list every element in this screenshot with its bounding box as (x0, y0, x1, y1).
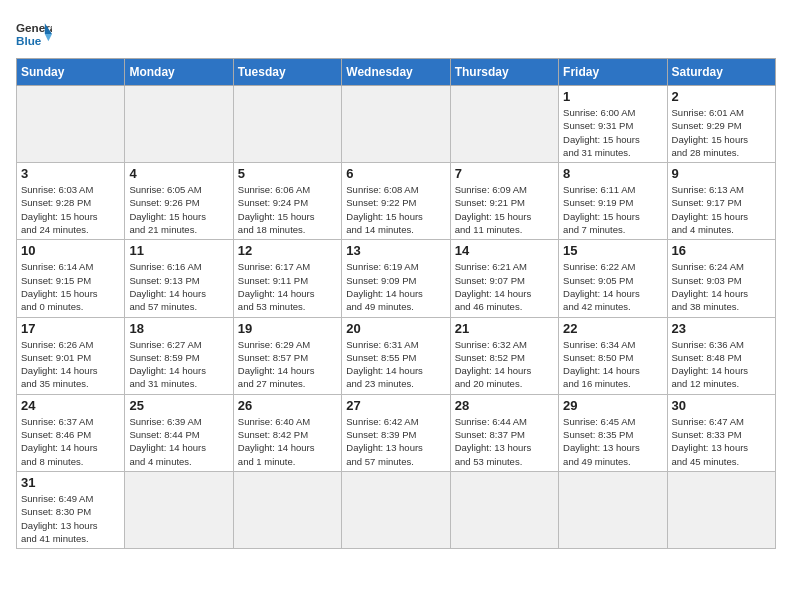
day-info: Sunrise: 6:45 AM Sunset: 8:35 PM Dayligh… (563, 415, 662, 468)
day-info: Sunrise: 6:09 AM Sunset: 9:21 PM Dayligh… (455, 183, 554, 236)
calendar-day: 13Sunrise: 6:19 AM Sunset: 9:09 PM Dayli… (342, 240, 450, 317)
day-number: 28 (455, 398, 554, 413)
day-info: Sunrise: 6:27 AM Sunset: 8:59 PM Dayligh… (129, 338, 228, 391)
calendar-week-row: 3Sunrise: 6:03 AM Sunset: 9:28 PM Daylig… (17, 163, 776, 240)
calendar-day: 6Sunrise: 6:08 AM Sunset: 9:22 PM Daylig… (342, 163, 450, 240)
day-number: 20 (346, 321, 445, 336)
calendar-day (342, 86, 450, 163)
day-info: Sunrise: 6:19 AM Sunset: 9:09 PM Dayligh… (346, 260, 445, 313)
day-number: 22 (563, 321, 662, 336)
day-info: Sunrise: 6:16 AM Sunset: 9:13 PM Dayligh… (129, 260, 228, 313)
day-number: 27 (346, 398, 445, 413)
day-info: Sunrise: 6:24 AM Sunset: 9:03 PM Dayligh… (672, 260, 771, 313)
day-number: 11 (129, 243, 228, 258)
calendar-week-row: 10Sunrise: 6:14 AM Sunset: 9:15 PM Dayli… (17, 240, 776, 317)
day-number: 2 (672, 89, 771, 104)
calendar-day: 31Sunrise: 6:49 AM Sunset: 8:30 PM Dayli… (17, 471, 125, 548)
header: General Blue (16, 16, 776, 52)
calendar-day: 4Sunrise: 6:05 AM Sunset: 9:26 PM Daylig… (125, 163, 233, 240)
day-info: Sunrise: 6:44 AM Sunset: 8:37 PM Dayligh… (455, 415, 554, 468)
calendar-day: 9Sunrise: 6:13 AM Sunset: 9:17 PM Daylig… (667, 163, 775, 240)
calendar-week-row: 17Sunrise: 6:26 AM Sunset: 9:01 PM Dayli… (17, 317, 776, 394)
calendar-day: 26Sunrise: 6:40 AM Sunset: 8:42 PM Dayli… (233, 394, 341, 471)
calendar: SundayMondayTuesdayWednesdayThursdayFrid… (16, 58, 776, 549)
calendar-day: 29Sunrise: 6:45 AM Sunset: 8:35 PM Dayli… (559, 394, 667, 471)
calendar-day (667, 471, 775, 548)
day-info: Sunrise: 6:49 AM Sunset: 8:30 PM Dayligh… (21, 492, 120, 545)
calendar-day: 21Sunrise: 6:32 AM Sunset: 8:52 PM Dayli… (450, 317, 558, 394)
day-info: Sunrise: 6:29 AM Sunset: 8:57 PM Dayligh… (238, 338, 337, 391)
day-number: 12 (238, 243, 337, 258)
day-number: 10 (21, 243, 120, 258)
day-info: Sunrise: 6:06 AM Sunset: 9:24 PM Dayligh… (238, 183, 337, 236)
calendar-day (17, 86, 125, 163)
day-number: 25 (129, 398, 228, 413)
calendar-day: 20Sunrise: 6:31 AM Sunset: 8:55 PM Dayli… (342, 317, 450, 394)
calendar-day: 22Sunrise: 6:34 AM Sunset: 8:50 PM Dayli… (559, 317, 667, 394)
day-info: Sunrise: 6:17 AM Sunset: 9:11 PM Dayligh… (238, 260, 337, 313)
calendar-week-row: 1Sunrise: 6:00 AM Sunset: 9:31 PM Daylig… (17, 86, 776, 163)
day-info: Sunrise: 6:11 AM Sunset: 9:19 PM Dayligh… (563, 183, 662, 236)
day-info: Sunrise: 6:13 AM Sunset: 9:17 PM Dayligh… (672, 183, 771, 236)
calendar-header-row: SundayMondayTuesdayWednesdayThursdayFrid… (17, 59, 776, 86)
calendar-day: 10Sunrise: 6:14 AM Sunset: 9:15 PM Dayli… (17, 240, 125, 317)
day-info: Sunrise: 6:42 AM Sunset: 8:39 PM Dayligh… (346, 415, 445, 468)
day-number: 1 (563, 89, 662, 104)
day-number: 19 (238, 321, 337, 336)
day-number: 8 (563, 166, 662, 181)
day-number: 3 (21, 166, 120, 181)
day-number: 26 (238, 398, 337, 413)
day-number: 30 (672, 398, 771, 413)
calendar-day (559, 471, 667, 548)
calendar-day: 2Sunrise: 6:01 AM Sunset: 9:29 PM Daylig… (667, 86, 775, 163)
day-info: Sunrise: 6:32 AM Sunset: 8:52 PM Dayligh… (455, 338, 554, 391)
calendar-day: 17Sunrise: 6:26 AM Sunset: 9:01 PM Dayli… (17, 317, 125, 394)
day-info: Sunrise: 6:34 AM Sunset: 8:50 PM Dayligh… (563, 338, 662, 391)
day-number: 23 (672, 321, 771, 336)
day-number: 31 (21, 475, 120, 490)
calendar-day (233, 471, 341, 548)
calendar-day: 18Sunrise: 6:27 AM Sunset: 8:59 PM Dayli… (125, 317, 233, 394)
day-info: Sunrise: 6:47 AM Sunset: 8:33 PM Dayligh… (672, 415, 771, 468)
day-info: Sunrise: 6:39 AM Sunset: 8:44 PM Dayligh… (129, 415, 228, 468)
calendar-day: 14Sunrise: 6:21 AM Sunset: 9:07 PM Dayli… (450, 240, 558, 317)
calendar-header-friday: Friday (559, 59, 667, 86)
day-number: 15 (563, 243, 662, 258)
calendar-day: 15Sunrise: 6:22 AM Sunset: 9:05 PM Dayli… (559, 240, 667, 317)
generalblue-logo-icon: General Blue (16, 16, 52, 52)
day-number: 5 (238, 166, 337, 181)
day-info: Sunrise: 6:03 AM Sunset: 9:28 PM Dayligh… (21, 183, 120, 236)
calendar-day: 30Sunrise: 6:47 AM Sunset: 8:33 PM Dayli… (667, 394, 775, 471)
day-info: Sunrise: 6:40 AM Sunset: 8:42 PM Dayligh… (238, 415, 337, 468)
calendar-header-wednesday: Wednesday (342, 59, 450, 86)
calendar-header-saturday: Saturday (667, 59, 775, 86)
day-number: 6 (346, 166, 445, 181)
day-number: 16 (672, 243, 771, 258)
day-info: Sunrise: 6:37 AM Sunset: 8:46 PM Dayligh… (21, 415, 120, 468)
day-number: 18 (129, 321, 228, 336)
day-info: Sunrise: 6:14 AM Sunset: 9:15 PM Dayligh… (21, 260, 120, 313)
calendar-day: 16Sunrise: 6:24 AM Sunset: 9:03 PM Dayli… (667, 240, 775, 317)
calendar-day: 11Sunrise: 6:16 AM Sunset: 9:13 PM Dayli… (125, 240, 233, 317)
day-info: Sunrise: 6:22 AM Sunset: 9:05 PM Dayligh… (563, 260, 662, 313)
calendar-day: 24Sunrise: 6:37 AM Sunset: 8:46 PM Dayli… (17, 394, 125, 471)
day-number: 14 (455, 243, 554, 258)
calendar-day: 8Sunrise: 6:11 AM Sunset: 9:19 PM Daylig… (559, 163, 667, 240)
calendar-day: 7Sunrise: 6:09 AM Sunset: 9:21 PM Daylig… (450, 163, 558, 240)
day-number: 4 (129, 166, 228, 181)
calendar-header-tuesday: Tuesday (233, 59, 341, 86)
calendar-day: 23Sunrise: 6:36 AM Sunset: 8:48 PM Dayli… (667, 317, 775, 394)
day-info: Sunrise: 6:01 AM Sunset: 9:29 PM Dayligh… (672, 106, 771, 159)
calendar-day (342, 471, 450, 548)
calendar-day: 25Sunrise: 6:39 AM Sunset: 8:44 PM Dayli… (125, 394, 233, 471)
calendar-day: 5Sunrise: 6:06 AM Sunset: 9:24 PM Daylig… (233, 163, 341, 240)
calendar-week-row: 31Sunrise: 6:49 AM Sunset: 8:30 PM Dayli… (17, 471, 776, 548)
day-number: 17 (21, 321, 120, 336)
day-number: 24 (21, 398, 120, 413)
calendar-header-monday: Monday (125, 59, 233, 86)
day-number: 9 (672, 166, 771, 181)
svg-marker-3 (45, 34, 52, 41)
calendar-day (125, 86, 233, 163)
logo: General Blue (16, 16, 52, 52)
calendar-header-thursday: Thursday (450, 59, 558, 86)
